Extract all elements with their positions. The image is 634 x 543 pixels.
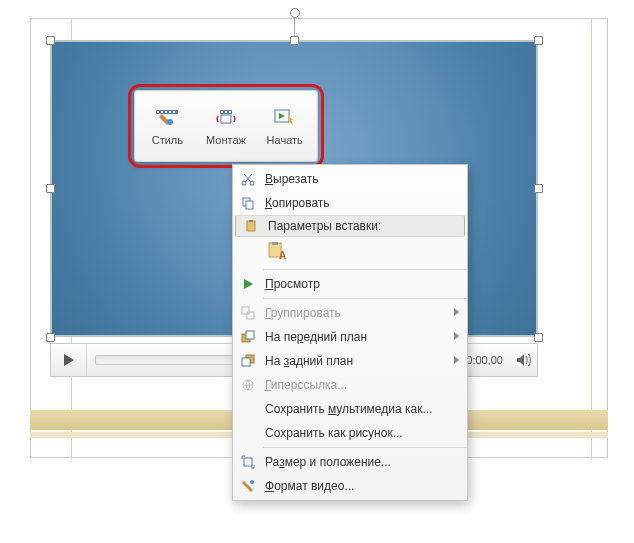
svg-point-30	[250, 480, 254, 484]
menu-save-media-label: Сохранить мультимедиа как...	[263, 402, 467, 416]
svg-rect-1	[157, 111, 159, 113]
svg-rect-23	[247, 312, 254, 319]
svg-rect-2	[161, 111, 163, 113]
menu-format-video[interactable]: Формат видео...	[233, 474, 467, 498]
menu-copy[interactable]: Копировать	[233, 191, 467, 215]
group-icon	[233, 306, 263, 320]
svg-rect-8	[221, 111, 223, 113]
copy-icon	[233, 196, 263, 210]
guide-right	[591, 19, 592, 459]
resize-handle-n[interactable]	[290, 36, 299, 45]
svg-rect-4	[169, 111, 171, 113]
svg-rect-10	[229, 111, 231, 113]
paste-keep-source-icon: A	[263, 241, 293, 263]
bring-front-icon	[233, 330, 263, 344]
mini-style-button[interactable]: Стиль	[138, 96, 197, 156]
resize-handle-nw[interactable]	[46, 36, 55, 45]
svg-rect-16	[246, 201, 253, 209]
menu-preview[interactable]: Просмотр	[233, 272, 467, 296]
menu-cut-label: Вырезать	[263, 172, 467, 186]
svg-rect-11	[221, 115, 231, 123]
menu-size-position-label: Размер и положение...	[263, 455, 467, 469]
rotation-handle[interactable]	[290, 8, 300, 18]
svg-text:A: A	[279, 250, 286, 261]
resize-handle-w[interactable]	[46, 184, 55, 193]
hyperlink-icon	[233, 378, 263, 392]
mini-trim-label: Монтаж	[206, 134, 246, 146]
svg-rect-9	[225, 111, 227, 113]
resize-handle-e[interactable]	[534, 184, 543, 193]
menu-save-media[interactable]: Сохранить мультимедиа как...	[233, 397, 467, 421]
menu-group: Группировать	[233, 301, 467, 325]
svg-rect-17	[247, 221, 255, 231]
menu-preview-label: Просмотр	[263, 277, 467, 291]
slide-canvas: 00:00,00 Стиль Монтаж Начать Вы	[0, 0, 634, 470]
rotation-stem	[294, 18, 295, 36]
svg-rect-29	[244, 458, 252, 466]
svg-rect-27	[242, 358, 250, 366]
svg-rect-3	[165, 111, 167, 113]
submenu-arrow-icon	[454, 356, 459, 364]
menu-separator	[263, 447, 467, 448]
menu-send-back[interactable]: На задний план	[233, 349, 467, 373]
menu-paste-options-header[interactable]: Параметры вставки:	[235, 215, 465, 237]
svg-rect-22	[242, 307, 249, 314]
size-position-icon	[233, 455, 263, 469]
svg-rect-5	[173, 111, 175, 113]
menu-hyperlink: Гиперссылка...	[233, 373, 467, 397]
play-icon	[233, 278, 263, 290]
menu-save-picture[interactable]: Сохранить как рисунок...	[233, 421, 467, 445]
menu-paste-option-keep-formatting[interactable]: A	[233, 237, 467, 267]
play-icon	[64, 354, 74, 366]
menu-save-picture-label: Сохранить как рисунок...	[263, 426, 467, 440]
mini-start-button[interactable]: Начать	[255, 96, 314, 156]
film-strip-icon	[214, 107, 238, 131]
menu-format-video-label: Формат видео...	[263, 479, 467, 493]
menu-group-label: Группировать	[263, 306, 467, 320]
resize-handle-se[interactable]	[534, 333, 543, 342]
play-button[interactable]	[51, 344, 87, 376]
menu-paste-options-label: Параметры вставки:	[266, 219, 464, 233]
clipboard-icon	[236, 219, 266, 233]
volume-icon[interactable]	[511, 344, 537, 376]
menu-hyperlink-label: Гиперссылка...	[263, 378, 467, 392]
film-brush-icon	[155, 107, 179, 131]
menu-cut[interactable]: Вырезать	[233, 167, 467, 191]
menu-separator	[263, 298, 467, 299]
context-menu: Вырезать Копировать Параметры вставки: A…	[232, 164, 468, 501]
send-back-icon	[233, 354, 263, 368]
scissors-icon	[233, 172, 263, 186]
mini-style-label: Стиль	[152, 134, 183, 146]
submenu-arrow-icon	[454, 332, 459, 340]
mini-toolbar: Стиль Монтаж Начать	[134, 90, 318, 162]
resize-handle-sw[interactable]	[46, 333, 55, 342]
menu-bring-front[interactable]: На передний план	[233, 325, 467, 349]
mini-trim-button[interactable]: Монтаж	[197, 96, 256, 156]
menu-size-position[interactable]: Размер и положение...	[233, 450, 467, 474]
resize-handle-ne[interactable]	[534, 36, 543, 45]
menu-send-back-label: На задний план	[263, 354, 467, 368]
svg-point-6	[167, 119, 173, 125]
format-video-icon	[233, 479, 263, 493]
menu-separator	[263, 269, 467, 270]
mini-start-label: Начать	[267, 134, 303, 146]
svg-rect-18	[249, 220, 253, 222]
menu-copy-label: Копировать	[263, 196, 467, 210]
svg-rect-20	[272, 242, 278, 245]
submenu-arrow-icon	[454, 308, 459, 316]
menu-bring-front-label: На передний план	[263, 330, 467, 344]
play-bolt-icon	[273, 107, 297, 131]
svg-rect-25	[246, 331, 254, 339]
